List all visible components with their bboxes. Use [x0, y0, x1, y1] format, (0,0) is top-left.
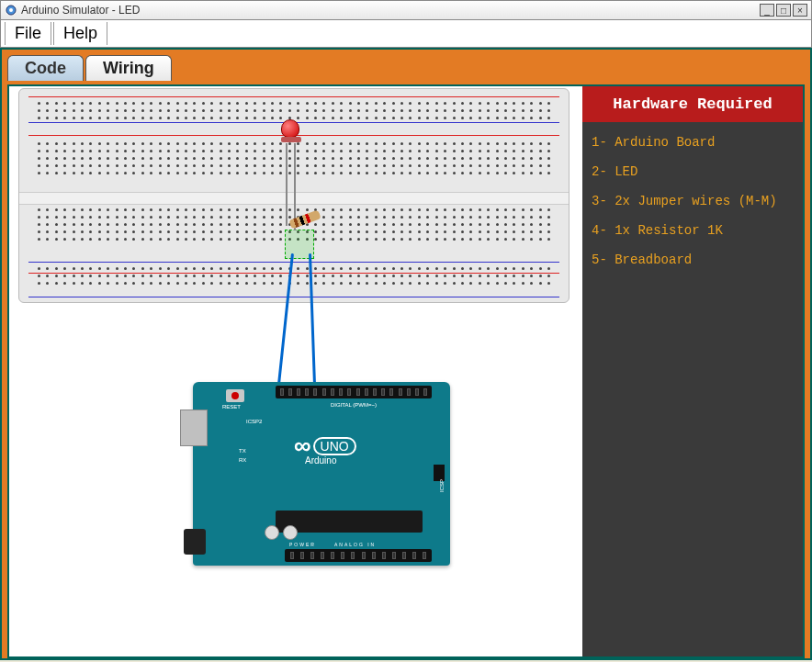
wiring-canvas[interactable]: RESET ICSP2 DIGITAL (PWM=~) TX RX ∞ UNO … [9, 86, 582, 656]
txrx-labels: TX RX [239, 446, 246, 465]
menu-help[interactable]: Help [53, 22, 107, 45]
minimize-button[interactable]: _ [760, 4, 774, 17]
list-item: 4- 1x Resistor 1K [592, 223, 794, 238]
reset-label: RESET [222, 404, 241, 410]
sidebar: Hardware Required 1- Arduino Board 2- LE… [582, 86, 803, 656]
power-analog-header [285, 549, 432, 562]
maximize-button[interactable]: □ [776, 4, 791, 17]
menu-file[interactable]: File [5, 22, 51, 45]
capacitor-icon [265, 525, 279, 540]
list-item: 1- Arduino Board [592, 135, 794, 150]
titlebar: Arduino Simulator - LED _ □ × [0, 0, 812, 20]
app-frame: Code Wiring [0, 48, 812, 660]
content-area: RESET ICSP2 DIGITAL (PWM=~) TX RX ∞ UNO … [7, 84, 805, 658]
bottom-pin-labels: POWER ANALOG IN [289, 542, 376, 547]
digital-header [276, 386, 432, 398]
close-button[interactable]: × [793, 4, 807, 17]
capacitor-icon [283, 525, 298, 540]
hardware-list: 1- Arduino Board 2- LED 3- 2x Jumper wir… [582, 122, 803, 295]
power-jack-icon [184, 529, 206, 555]
app-icon [5, 4, 17, 17]
tab-wiring[interactable]: Wiring [85, 55, 172, 81]
uno-label: UNO [313, 437, 356, 455]
menubar: File Help [0, 20, 812, 48]
microcontroller-chip-icon [276, 511, 423, 533]
list-item: 5- Breadboard [592, 252, 794, 267]
window-title: Arduino Simulator - LED [21, 4, 140, 17]
digital-label: DIGITAL (PWM=~) [331, 402, 377, 408]
list-item: 2- LED [592, 164, 794, 179]
arduino-brand: Arduino [305, 455, 336, 466]
led-component [281, 119, 303, 156]
reset-button-icon [226, 389, 244, 402]
led-bulb-icon [281, 119, 299, 138]
icsp2-label: ICSP2 [246, 419, 262, 424]
svg-point-1 [9, 8, 13, 12]
icsp-label: ICSP [439, 479, 445, 492]
list-item: 3- 2x Jumper wires (M-M) [592, 194, 794, 208]
sidebar-header: Hardware Required [582, 86, 803, 122]
tab-code[interactable]: Code [7, 55, 84, 81]
tab-row: Code Wiring [7, 55, 805, 81]
arduino-board: RESET ICSP2 DIGITAL (PWM=~) TX RX ∞ UNO … [193, 382, 450, 566]
usb-port-icon [180, 410, 208, 446]
